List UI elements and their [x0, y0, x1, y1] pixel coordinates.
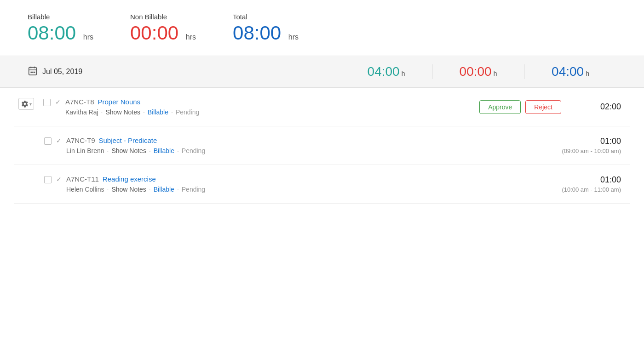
entry-checkbox[interactable] — [44, 137, 52, 145]
entry-checkbox[interactable] — [43, 99, 51, 106]
time-range: (10:00 am - 11:00 am) — [562, 186, 621, 193]
entry-id: A7NC-T11 — [66, 175, 99, 183]
total-summary: Total 08:00 hrs — [233, 13, 299, 43]
reject-button[interactable]: Reject — [525, 100, 561, 114]
date-times: 04:00 h 00:00 h 04:00 h — [116, 64, 616, 79]
check-mark-icon: ✓ — [56, 137, 62, 144]
entry-name[interactable]: Reading exercise — [103, 175, 156, 183]
entry-person: Lin Lin Brenn — [66, 147, 104, 154]
total-label: Total — [233, 13, 299, 21]
calendar-icon — [28, 66, 38, 78]
entry-name[interactable]: Subject - Predicate — [99, 136, 157, 144]
gear-icon — [21, 100, 29, 108]
non-billable-label: Non Billable — [130, 13, 196, 21]
entry-status: Pending — [182, 147, 205, 154]
total-value: 08:00 hrs — [233, 23, 299, 43]
entries-section: ▾ ✓ A7NC-T8 Proper Nouns Kavitha Raj · S… — [0, 88, 644, 204]
entry-actions: Approve Reject — [479, 100, 561, 114]
entry-billable: Billable — [154, 186, 174, 193]
show-notes-link[interactable]: Show Notes — [111, 186, 146, 193]
show-notes-link[interactable]: Show Notes — [105, 108, 140, 116]
date-label: Jul 05, 2019 — [42, 68, 116, 76]
entry-info: A7NC-T8 Proper Nouns Kavitha Raj · Show … — [65, 98, 199, 116]
date-nonbillable-time: 00:00 h — [432, 64, 524, 79]
entry-status: Pending — [176, 108, 199, 116]
summary-section: Billable 08:00 hrs Non Billable 00:00 hr… — [0, 0, 644, 56]
entry-time: 02:00 — [575, 102, 621, 112]
entry-billable: Billable — [154, 147, 174, 154]
entry-meta: Helen Collins · Show Notes · Billable · … — [66, 186, 205, 193]
entry-meta: Lin Lin Brenn · Show Notes · Billable · … — [66, 147, 205, 154]
billable-summary: Billable 08:00 hrs — [28, 13, 93, 43]
entry-status: Pending — [182, 186, 205, 193]
table-row: ▾ ✓ A7NC-T8 Proper Nouns Kavitha Raj · S… — [14, 88, 630, 126]
entry-title-row: A7NC-T9 Subject - Predicate — [66, 136, 205, 144]
settings-col: ▾ — [18, 98, 36, 110]
entry-title-row: A7NC-T11 Reading exercise — [66, 175, 205, 183]
check-mark-icon: ✓ — [56, 176, 62, 183]
entry-billable: Billable — [148, 108, 168, 116]
approve-button[interactable]: Approve — [479, 100, 521, 114]
dropdown-arrow-icon: ▾ — [29, 102, 32, 107]
entry-meta: Kavitha Raj · Show Notes · Billable · Pe… — [65, 108, 199, 116]
entry-person: Helen Collins — [66, 186, 104, 193]
billable-value: 08:00 hrs — [28, 23, 93, 43]
entry-time: 01:00 (09:00 am - 10:00 am) — [562, 136, 621, 154]
time-range: (09:00 am - 10:00 am) — [562, 148, 621, 154]
settings-button[interactable]: ▾ — [18, 98, 34, 110]
entry-time: 01:00 (10:00 am - 11:00 am) — [562, 175, 621, 193]
non-billable-value: 00:00 hrs — [130, 23, 196, 43]
entry-left: ▾ ✓ A7NC-T8 Proper Nouns Kavitha Raj · S… — [18, 98, 479, 116]
time-value: 01:00 — [562, 175, 621, 185]
date-total-time: 04:00 h — [524, 64, 616, 79]
time-value: 02:00 — [575, 102, 621, 112]
table-row: ✓ A7NC-T9 Subject - Predicate Lin Lin Br… — [14, 126, 630, 165]
billable-label: Billable — [28, 13, 93, 21]
svg-rect-6 — [34, 71, 35, 73]
entry-left: ✓ A7NC-T11 Reading exercise Helen Collin… — [18, 175, 562, 193]
svg-rect-5 — [32, 71, 34, 73]
non-billable-summary: Non Billable 00:00 hrs — [130, 13, 196, 43]
entry-person: Kavitha Raj — [65, 108, 98, 116]
entry-name[interactable]: Proper Nouns — [98, 98, 141, 106]
entry-info: A7NC-T11 Reading exercise Helen Collins … — [66, 175, 205, 193]
table-row: ✓ A7NC-T11 Reading exercise Helen Collin… — [14, 165, 630, 204]
entry-checkbox[interactable] — [44, 176, 52, 183]
entry-info: A7NC-T9 Subject - Predicate Lin Lin Bren… — [66, 136, 205, 154]
entry-title-row: A7NC-T8 Proper Nouns — [65, 98, 199, 106]
date-row: Jul 05, 2019 04:00 h 00:00 h 04:00 h — [0, 56, 644, 88]
entry-id: A7NC-T8 — [65, 98, 94, 106]
svg-rect-4 — [30, 71, 32, 73]
svg-rect-0 — [29, 67, 37, 75]
check-mark-icon: ✓ — [55, 98, 61, 106]
entry-id: A7NC-T9 — [66, 136, 95, 144]
show-notes-link[interactable]: Show Notes — [111, 147, 146, 154]
time-value: 01:00 — [562, 136, 621, 146]
date-billable-time: 04:00 h — [340, 64, 432, 79]
entry-left: ✓ A7NC-T9 Subject - Predicate Lin Lin Br… — [18, 136, 562, 154]
